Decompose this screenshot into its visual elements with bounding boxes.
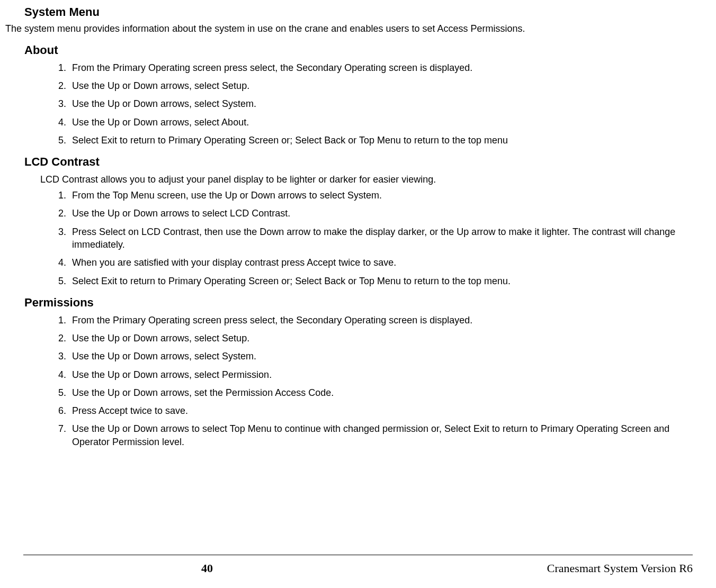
list-item: From the Primary Operating screen press … xyxy=(69,314,700,327)
list-item: Press Select on LCD Contrast, then use t… xyxy=(69,225,700,251)
list-item: Use the Up or Down arrows, select Permis… xyxy=(69,368,700,381)
list-item: When you are satisfied with your display… xyxy=(69,256,700,269)
list-item: Use the Up or Down arrows, select Setup. xyxy=(69,79,700,92)
list-item: From the Top Menu screen, use the Up or … xyxy=(69,189,700,202)
list-item: Select Exit to return to Primary Operati… xyxy=(69,134,700,147)
intro-text: The system menu provides information abo… xyxy=(5,22,711,35)
footer-divider xyxy=(23,555,693,555)
list-item: Select Exit to return to Primary Operati… xyxy=(69,275,700,287)
page-title: System Menu xyxy=(24,4,711,20)
list-item: Use the Up or Down arrows, select About. xyxy=(69,116,700,129)
lcd-steps: From the Top Menu screen, use the Up or … xyxy=(50,189,700,287)
page-number: 40 xyxy=(201,560,213,576)
section-heading-lcd: LCD Contrast xyxy=(24,154,711,170)
permissions-steps: From the Primary Operating screen press … xyxy=(50,314,700,448)
list-item: Use the Up or Down arrows to select LCD … xyxy=(69,207,700,220)
section-heading-about: About xyxy=(24,42,711,58)
page-footer: 40 Cranesmart System Version R6 xyxy=(0,560,693,576)
lcd-sub-text: LCD Contrast allows you to adjust your p… xyxy=(40,173,711,186)
page-content: System Menu The system menu provides inf… xyxy=(0,0,716,448)
list-item: Use the Up or Down arrows, select System… xyxy=(69,97,700,110)
list-item: From the Primary Operating screen press … xyxy=(69,61,700,74)
about-steps: From the Primary Operating screen press … xyxy=(50,61,700,147)
list-item: Use the Up or Down arrows, set the Permi… xyxy=(69,386,700,399)
list-item: Use the Up or Down arrows, select System… xyxy=(69,350,700,363)
document-title: Cranesmart System Version R6 xyxy=(547,560,693,576)
list-item: Use the Up or Down arrows, select Setup. xyxy=(69,332,700,345)
section-heading-permissions: Permissions xyxy=(24,295,711,311)
list-item: Use the Up or Down arrows to select Top … xyxy=(69,422,700,448)
list-item: Press Accept twice to save. xyxy=(69,404,700,417)
